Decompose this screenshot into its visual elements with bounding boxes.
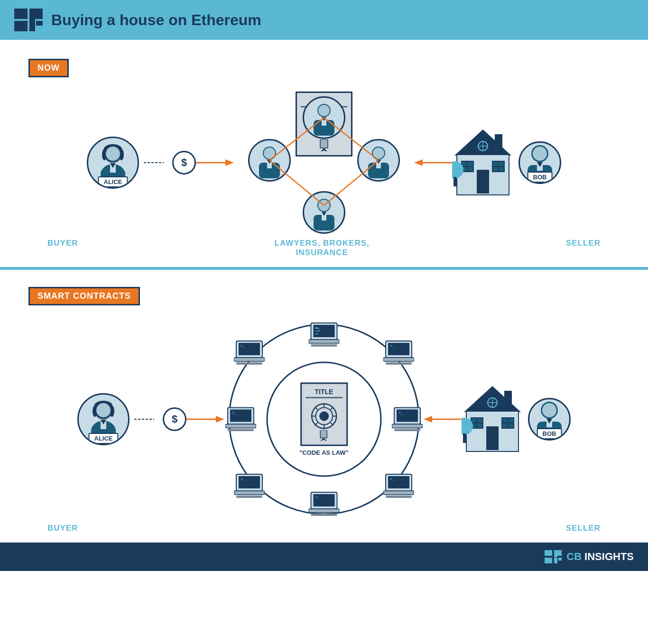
section-now: NOW xyxy=(0,40,648,267)
seller-house-group: BOB xyxy=(452,127,561,198)
seller-role-label: SELLER xyxy=(566,239,601,258)
house-icon-now xyxy=(452,127,514,198)
page-title: Buying a house on Ethereum xyxy=(51,11,261,29)
footer-cb-logo-icon xyxy=(545,550,562,563)
svg-text:>_: >_ xyxy=(315,325,321,330)
sc-buyer-arrow-group: $ xyxy=(134,407,224,431)
svg-rect-186 xyxy=(545,550,552,556)
buyer-role-label: BUYER xyxy=(47,239,78,258)
laptop-bottom: >_ xyxy=(309,490,340,518)
bob-col: BOB xyxy=(518,141,561,184)
smart-badge: SMART CONTRACTS xyxy=(28,287,140,305)
section-smart: SMART CONTRACTS ALICE xyxy=(0,270,648,543)
laptop-top-left: >_ xyxy=(234,339,265,367)
laptop-bottom-right: >_ xyxy=(383,472,414,500)
svg-rect-2 xyxy=(14,21,28,31)
laptop-left: >_ xyxy=(225,405,256,433)
sc-labels-row: BUYER SELLER xyxy=(28,524,620,533)
svg-point-73 xyxy=(533,147,547,161)
laptop-bottom-left: >_ xyxy=(234,472,265,500)
svg-rect-191 xyxy=(558,558,562,561)
lawyers-cluster: TITLE xyxy=(234,92,414,234)
middle-role-label: LAWYERS, BROKERS,INSURANCE xyxy=(275,239,370,258)
svg-marker-88 xyxy=(216,416,224,423)
sc-alice-name: ALICE xyxy=(89,433,119,444)
svg-text:>_: >_ xyxy=(390,477,395,481)
svg-marker-104 xyxy=(319,438,328,441)
sc-seller-role-label: SELLER xyxy=(566,524,601,533)
header: Buying a house on Ethereum xyxy=(0,0,648,40)
house-icon-sc xyxy=(462,384,523,455)
svg-rect-0 xyxy=(14,9,28,19)
sc-seal-icon xyxy=(310,402,338,431)
orange-arrow-right-1 xyxy=(196,157,234,168)
footer-cb-text: CB xyxy=(566,551,582,563)
sc-seller-arrow-group xyxy=(424,414,462,425)
alice-name: ALICE xyxy=(98,176,128,187)
svg-rect-103 xyxy=(320,431,327,438)
sc-arrow-line xyxy=(134,414,163,424)
svg-rect-58 xyxy=(495,134,502,148)
footer: CB INSIGHTS xyxy=(0,543,648,571)
svg-rect-118 xyxy=(383,358,414,361)
sc-title-label: TITLE xyxy=(305,388,343,398)
dollar-circle: $ xyxy=(172,151,196,175)
laptop-top: >_ xyxy=(309,321,340,349)
now-badge: NOW xyxy=(28,59,69,77)
svg-rect-190 xyxy=(554,558,557,563)
code-as-law-label: "CODE AS LAW" xyxy=(299,449,349,456)
svg-rect-160 xyxy=(234,358,265,361)
footer-brand: CB INSIGHTS xyxy=(566,551,634,563)
lawyer-left xyxy=(248,139,291,182)
footer-insights-text: INSIGHTS xyxy=(584,551,634,563)
svg-point-37 xyxy=(264,147,275,159)
svg-point-102 xyxy=(319,412,329,421)
sc-bob-circle: BOB xyxy=(528,398,571,441)
svg-rect-132 xyxy=(383,491,414,495)
lawyer-bottom xyxy=(303,191,345,234)
smart-diagram-row: ALICE $ TITLE xyxy=(28,320,620,519)
laptop-top-right: >_ xyxy=(383,339,414,367)
svg-rect-60 xyxy=(477,170,489,193)
buyer-arrow-group: $ xyxy=(144,151,234,175)
bob-name: BOB xyxy=(528,172,553,183)
sc-dollar-circle: $ xyxy=(163,407,186,431)
sc-buyer-col: ALICE xyxy=(77,393,130,445)
svg-marker-17 xyxy=(225,159,234,166)
svg-text:>_: >_ xyxy=(241,477,246,481)
sc-orange-arrow-right xyxy=(186,414,224,425)
svg-point-32 xyxy=(318,105,330,116)
arrow-line-1 xyxy=(144,158,172,167)
svg-line-98 xyxy=(315,407,317,410)
svg-marker-56 xyxy=(414,159,423,166)
svg-text:>_: >_ xyxy=(232,410,237,415)
lawyer-top xyxy=(303,96,345,139)
svg-rect-167 xyxy=(504,391,512,405)
lawyer-right xyxy=(357,139,400,182)
svg-line-99 xyxy=(331,423,333,425)
svg-rect-180 xyxy=(463,433,466,443)
svg-rect-188 xyxy=(545,558,552,563)
svg-line-100 xyxy=(331,407,333,410)
svg-rect-5 xyxy=(36,21,43,26)
svg-marker-165 xyxy=(424,416,432,423)
svg-rect-153 xyxy=(225,424,256,428)
alice-circle: ALICE xyxy=(87,137,139,189)
orange-arrow-left-1 xyxy=(414,157,452,168)
svg-rect-146 xyxy=(234,491,265,495)
svg-point-182 xyxy=(542,403,556,417)
sc-buyer-role-label: BUYER xyxy=(47,524,78,533)
svg-rect-139 xyxy=(309,509,340,513)
svg-rect-4 xyxy=(29,21,35,31)
svg-line-101 xyxy=(315,423,317,425)
laptop-right: >_ xyxy=(392,405,423,433)
svg-rect-111 xyxy=(309,340,340,343)
sc-seller-house-group: BOB xyxy=(462,384,571,455)
svg-rect-29 xyxy=(320,139,328,148)
svg-point-10 xyxy=(106,147,120,161)
buyer-col: ALICE xyxy=(87,137,139,189)
svg-point-47 xyxy=(318,200,330,211)
sc-alice-circle: ALICE xyxy=(77,393,130,445)
sc-title-center: TITLE xyxy=(299,383,349,456)
svg-point-81 xyxy=(96,403,111,417)
